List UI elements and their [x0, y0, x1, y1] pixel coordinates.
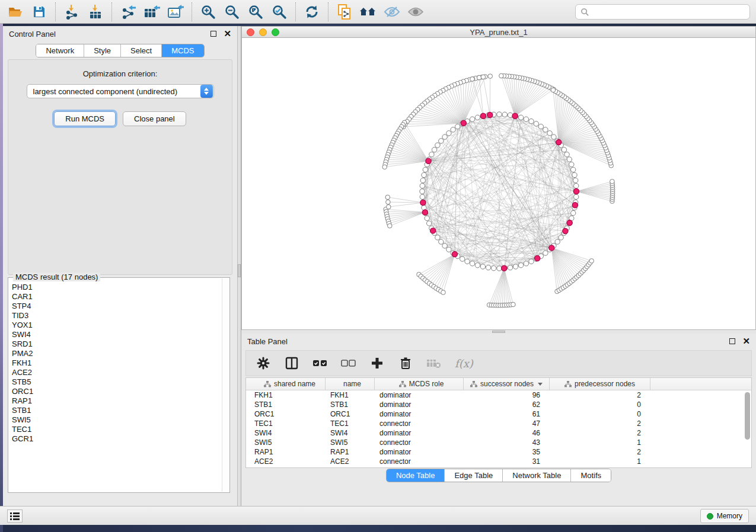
- sort-desc-icon: [538, 383, 543, 386]
- function-builder-icon[interactable]: f(x): [455, 357, 473, 370]
- mcds-result-item[interactable]: SRD1: [12, 339, 222, 349]
- table-row[interactable]: RAP1RAP1dominator352: [246, 447, 751, 457]
- network-canvas[interactable]: [242, 38, 755, 329]
- mcds-result-item[interactable]: SWI5: [12, 415, 222, 425]
- table-settings-gear-icon[interactable]: [256, 355, 271, 371]
- table-cell: FKH1: [326, 391, 375, 399]
- table-row[interactable]: SWI5SWI5connector431: [246, 438, 751, 447]
- table-row[interactable]: SWI4SWI4dominator462: [246, 428, 751, 438]
- show-columns-icon[interactable]: [284, 355, 299, 371]
- table-cell: 47: [464, 419, 550, 428]
- result-scrollbar[interactable]: [222, 278, 229, 492]
- run-mcds-button[interactable]: Run MCDS: [54, 111, 116, 126]
- first-neighbors-icon[interactable]: [356, 2, 380, 21]
- save-session-icon[interactable]: [27, 2, 51, 21]
- table-row[interactable]: YOX1YOX1connector291: [246, 466, 751, 468]
- export-image-icon[interactable]: [164, 2, 187, 21]
- dropdown-stepper-icon: [200, 85, 213, 98]
- mcds-result-item[interactable]: FKH1: [12, 358, 222, 368]
- export-network-icon[interactable]: [116, 2, 140, 21]
- table-tab-node-table[interactable]: Node Table: [387, 469, 445, 482]
- mcds-result-item[interactable]: TEC1: [12, 425, 222, 434]
- add-column-icon[interactable]: [369, 355, 385, 371]
- table-row[interactable]: ACE2ACE2connector311: [246, 457, 751, 466]
- search-field[interactable]: [575, 4, 750, 20]
- tab-mcds[interactable]: MCDS: [161, 44, 203, 57]
- float-panel-icon[interactable]: [729, 338, 735, 344]
- import-table-icon[interactable]: [84, 2, 107, 21]
- deselect-all-icon[interactable]: [341, 355, 356, 371]
- table-tab-motifs[interactable]: Motifs: [570, 469, 611, 482]
- import-network-icon[interactable]: [60, 2, 84, 21]
- mcds-hub-node: [572, 203, 578, 208]
- toolbar-separator: [55, 2, 56, 21]
- table-cell: dominator: [375, 391, 464, 399]
- mcds-result-item[interactable]: PHD1: [12, 283, 222, 292]
- column-header-MCDS-role[interactable]: MCDS role: [375, 378, 464, 390]
- delete-table-icon[interactable]: [426, 355, 442, 371]
- close-panel-button[interactable]: Close panel: [123, 111, 186, 126]
- mcds-result-item[interactable]: ORC1: [12, 387, 222, 396]
- close-panel-icon[interactable]: ✕: [224, 31, 231, 37]
- mcds-result-item[interactable]: ACE2: [12, 368, 222, 377]
- mcds-result-item[interactable]: SWI4: [12, 330, 222, 339]
- mcds-result-item[interactable]: RAP1: [12, 396, 222, 406]
- control-panel: Control Panel ✕ NetworkStyleSelectMCDS O…: [3, 26, 237, 506]
- table-cell: TEC1: [326, 419, 375, 428]
- tab-network[interactable]: Network: [36, 44, 84, 57]
- tab-style[interactable]: Style: [84, 44, 120, 57]
- export-table-icon[interactable]: [140, 2, 164, 21]
- refresh-view-icon[interactable]: [300, 2, 324, 21]
- mcds-result-item[interactable]: STB5: [12, 377, 222, 387]
- node-table[interactable]: shared namenameMCDS rolesuccessor nodesp…: [245, 377, 752, 468]
- mcds-result-item[interactable]: CAR1: [12, 292, 222, 302]
- memory-button[interactable]: Memory: [700, 509, 749, 523]
- mcds-hub-node: [556, 140, 562, 145]
- zoom-fit-icon[interactable]: [244, 2, 267, 21]
- table-cell: 62: [464, 400, 550, 409]
- table-scrollbar[interactable]: [745, 392, 750, 440]
- hide-selected-icon[interactable]: [380, 2, 404, 21]
- table-row[interactable]: TEC1TEC1connector472: [246, 419, 751, 428]
- close-panel-icon[interactable]: ✕: [742, 338, 750, 344]
- select-all-icon[interactable]: [312, 355, 328, 371]
- zoom-selected-icon[interactable]: [267, 2, 291, 21]
- mcds-result-item[interactable]: STB1: [12, 406, 222, 415]
- mcds-hub-node: [430, 228, 436, 233]
- search-input[interactable]: [593, 8, 749, 17]
- table-cell: 96: [464, 391, 550, 399]
- mcds-result-item[interactable]: TID3: [12, 311, 222, 321]
- delete-column-icon[interactable]: [398, 355, 413, 371]
- mcds-result-item[interactable]: STP4: [12, 302, 222, 311]
- task-history-button[interactable]: [7, 509, 23, 523]
- optimization-criterion-dropdown[interactable]: largest connected component (undirected): [27, 84, 214, 98]
- mcds-hub-node: [502, 265, 507, 271]
- clone-network-icon[interactable]: [333, 2, 356, 21]
- table-row[interactable]: STB1STB1dominator620: [246, 400, 751, 409]
- mcds-result-item[interactable]: GCR1: [12, 434, 222, 444]
- table-cell: SWI4: [246, 429, 326, 437]
- float-panel-icon[interactable]: [210, 31, 216, 37]
- tab-select[interactable]: Select: [120, 44, 161, 57]
- zoom-out-icon[interactable]: [220, 2, 244, 21]
- column-header-successor-nodes[interactable]: successor nodes: [464, 378, 550, 390]
- vertical-splitter[interactable]: [237, 26, 241, 506]
- mcds-result-list[interactable]: PHD1CAR1STP4TID3YOX1SWI4SRD1PMA2FKH1ACE2…: [12, 283, 222, 491]
- column-header-predecessor-nodes[interactable]: predecessor nodes: [550, 378, 650, 390]
- column-header-shared-name[interactable]: shared name: [246, 378, 326, 390]
- show-all-icon[interactable]: [404, 2, 428, 21]
- table-row[interactable]: ORC1ORC1dominator610: [246, 409, 751, 419]
- network-window-titlebar[interactable]: YPA_prune.txt_1: [242, 27, 755, 38]
- splitter-grip[interactable]: [238, 264, 241, 277]
- mcds-result-item[interactable]: YOX1: [12, 321, 222, 330]
- table-tab-network-table[interactable]: Network Table: [502, 469, 570, 482]
- splitter-grip[interactable]: [492, 331, 505, 333]
- table-row[interactable]: FKH1FKH1dominator962: [246, 390, 751, 400]
- table-cell: YOX1: [326, 467, 375, 468]
- mcds-result-item[interactable]: PMA2: [12, 349, 222, 358]
- zoom-in-icon[interactable]: [196, 2, 220, 21]
- table-tab-edge-table[interactable]: Edge Table: [444, 469, 502, 482]
- column-header-name[interactable]: name: [326, 378, 375, 390]
- open-file-icon[interactable]: [4, 2, 27, 21]
- network-graph[interactable]: [242, 38, 755, 331]
